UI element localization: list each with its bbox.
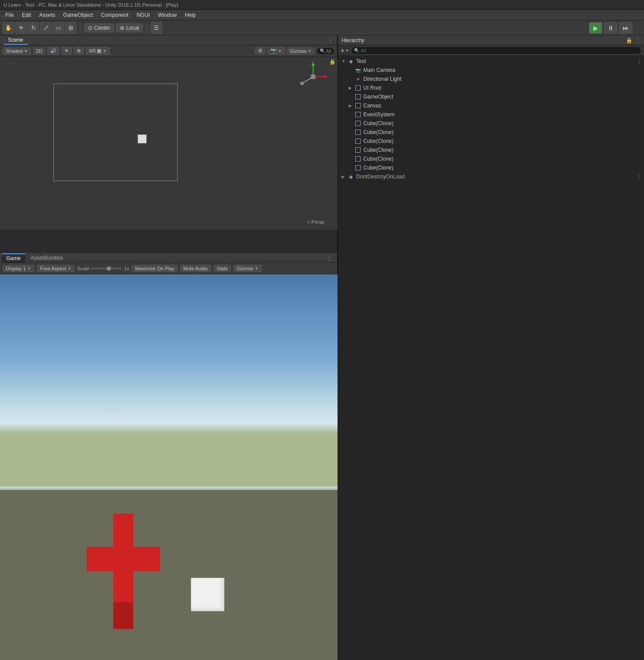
cross-bottom-stub [113,602,133,629]
snap-settings[interactable]: ⚙ [255,47,266,55]
scene-layers-dropdown[interactable]: ⊘0 ▦ ▼ [86,47,110,55]
hierarchy-item-eventsystem[interactable]: ▶ EventSystem [338,110,644,119]
scale-slider-track[interactable] [91,268,122,269]
step-button[interactable]: ⏭ [619,22,632,34]
menu-assets[interactable]: Assets [36,11,59,19]
display-label: Display 1 [6,266,26,271]
menu-bar: File Edit Assets GameObject Component NG… [0,10,644,20]
asset-bundles-tab[interactable]: AssetBundles [26,254,68,262]
rect-tool[interactable]: ▭ [52,22,64,34]
test-scene-icon: ◆ [348,58,354,64]
hierarchy-item-cube-clone-5[interactable]: ▶ Cube(Clone) [338,154,644,163]
scene-layers-arrow: ▼ [103,49,107,53]
gameobject-icon [355,94,361,100]
test-label: Test [356,58,366,64]
game-tab-active[interactable]: Game [2,253,25,262]
aspect-selector[interactable]: Free Aspect ▼ [37,265,75,272]
menu-component[interactable]: Component [97,11,132,19]
game-options[interactable]: ⋮ [323,255,335,261]
cube2-icon [355,129,361,135]
dontdestroy-options-icon[interactable]: ⋮ [636,173,642,180]
search-icon: 🔍 [320,48,325,53]
hierarchy-item-cube-clone-6[interactable]: ▶ Cube(Clone) [338,163,644,172]
hierarchy-item-cube-clone-1[interactable]: ▶ Cube(Clone) [338,119,644,128]
hierarchy-item-ui-root[interactable]: ▶ UI Root [338,83,644,92]
hierarchy-options-icon[interactable]: ⋮ [635,37,640,43]
layers-button[interactable]: ☰ [151,22,162,34]
layers-icon: ☰ [154,24,159,31]
scene-cube-object [138,134,147,143]
hierarchy-item-dontdestroy[interactable]: ▶ ◆ DontDestroyOnLoad ⋮ [338,172,644,181]
scene-lock-icon[interactable]: 🔒 [329,59,336,65]
hierarchy-item-gameobject[interactable]: ▶ GameObject [338,92,644,101]
gameobject-expand-placeholder: ▶ [349,95,354,99]
display-selector[interactable]: Display 1 ▼ [3,265,34,272]
transform-tool[interactable]: ⊞ [65,22,76,34]
menu-ngui[interactable]: NGUI [133,11,153,19]
menu-edit[interactable]: Edit [18,11,35,19]
maximize-on-play-button[interactable]: Maximize On Play [132,265,178,272]
plus-icon: + [341,47,344,54]
hierarchy-search-icon: 🔍 [354,48,359,53]
cube6-icon [355,165,361,171]
local-global-toggle[interactable]: ⊛ Local [116,24,143,32]
game-canvas [0,274,338,660]
game-gizmos-arrow: ▼ [254,266,258,271]
scene-options[interactable]: ⋮ [328,37,334,43]
test-options-icon[interactable]: ⋮ [636,58,642,65]
scene-canvas[interactable]: y x < Persp [0,57,338,230]
hidden-layers-toggle[interactable]: ⊕ [74,47,84,55]
asset-bundles-tab-label: AssetBundles [31,255,63,261]
left-panel: Scene ⋮ Shaded ▼ 2D 🔊 ☀ ⊕ ⊘0 ▦ ▼ [0,36,338,660]
hierarchy-item-cube-clone-3[interactable]: ▶ Cube(Clone) [338,137,644,146]
camera-mode-btn[interactable]: 📷 ▼ [267,47,285,55]
hierarchy-lock-icon[interactable]: 🔒 [626,37,632,43]
cube1-icon [355,120,361,126]
hierarchy-item-main-camera[interactable]: ▶ 📷 Main Camera [338,66,644,75]
pause-icon: ⏸ [608,24,614,32]
scene-search[interactable]: 🔍 All [317,47,334,55]
pivot-center-toggle[interactable]: ⊙ Center [84,24,114,32]
game-gizmos-toggle[interactable]: Gizmos ▼ [234,265,262,272]
gizmo-widget[interactable]: y x [298,61,329,92]
gizmos-toggle[interactable]: Gizmos ▼ [287,47,315,55]
menu-help[interactable]: Help [181,11,199,19]
svg-marker-21 [324,75,328,79]
hierarchy-search-box[interactable]: 🔍 All [351,47,641,55]
mute-audio-button[interactable]: Mute Audio [180,265,211,272]
scale-tool[interactable]: ⤢ [40,22,52,34]
audio-toggle[interactable]: 🔊 [47,47,60,55]
hierarchy-header: Hierarchy 🔒 ⋮ [338,36,644,45]
scale-text: Scale [77,266,90,271]
scene-tab[interactable]: Scene [4,36,28,45]
light-icon: ☀ [355,76,361,82]
camera-icon: 📷 [355,67,361,73]
hierarchy-item-canvas[interactable]: ▶ Canvas [338,101,644,110]
shading-mode-button[interactable]: Shaded ▼ [3,47,31,55]
menu-file[interactable]: File [2,11,17,19]
pause-button[interactable]: ⏸ [604,22,617,34]
hierarchy-item-cube-clone-4[interactable]: ▶ Cube(Clone) [338,146,644,154]
svg-text:x: x [328,74,329,79]
hand-tool[interactable]: ✋ [3,22,14,34]
main-layout: Scene ⋮ Shaded ▼ 2D 🔊 ☀ ⊕ ⊘0 ▦ ▼ [0,36,644,660]
cube-clone-3-label: Cube(Clone) [363,138,394,144]
hierarchy-item-directional-light[interactable]: ▶ ☀ Directional Light [338,75,644,83]
play-button[interactable]: ▶ [589,22,602,34]
menu-gameobject[interactable]: GameObject [60,11,96,19]
hierarchy-item-test[interactable]: ▼ ◆ Test ⋮ [338,57,644,66]
create-button[interactable]: + ▼ [341,47,349,54]
cube3-expand-placeholder: ▶ [349,139,354,143]
main-camera-label: Main Camera [363,67,395,73]
hierarchy-item-cube-clone-2[interactable]: ▶ Cube(Clone) [338,128,644,137]
menu-window[interactable]: Window [154,11,180,19]
2d-toggle[interactable]: 2D [33,47,45,55]
shading-label: Shaded [6,48,23,54]
stats-button[interactable]: Stats [214,265,231,272]
scale-slider-thumb[interactable] [107,266,111,271]
effect-toggle[interactable]: ☀ [61,47,72,55]
cross-horizontal [87,547,160,571]
aspect-label: Free Aspect [40,266,66,271]
move-tool[interactable]: ✛ [15,22,27,34]
rotate-tool[interactable]: ↻ [28,22,39,34]
